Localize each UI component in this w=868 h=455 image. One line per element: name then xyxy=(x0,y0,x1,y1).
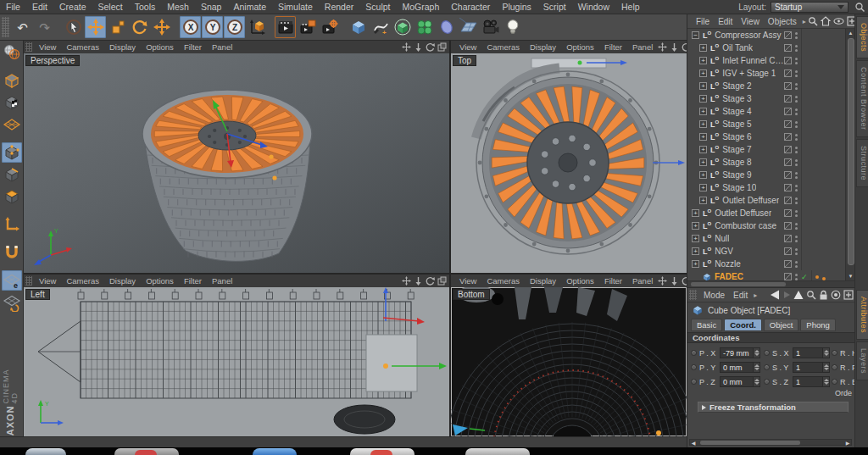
object-row[interactable]: +LOStage 9 xyxy=(687,169,845,181)
dock-icon-1[interactable] xyxy=(25,448,66,455)
expander-icon[interactable]: + xyxy=(699,171,707,179)
layer-square-icon[interactable] xyxy=(784,209,792,217)
layer-square-icon[interactable] xyxy=(784,184,792,191)
vp-menu-view[interactable]: View xyxy=(454,42,481,52)
vp-menu-display[interactable]: Display xyxy=(104,42,141,52)
object-row[interactable]: +LOStage 8 xyxy=(687,156,845,169)
last-tool-icon[interactable] xyxy=(151,16,172,38)
dock-icon-2[interactable] xyxy=(114,448,179,455)
expander-icon[interactable]: + xyxy=(699,158,707,166)
bottom-canvas[interactable]: Bottom xyxy=(451,287,687,436)
redo-button[interactable]: ↷ xyxy=(34,16,55,38)
undo-button[interactable]: ↶ xyxy=(12,16,33,38)
expander-icon[interactable]: + xyxy=(692,209,699,217)
scroll-thumb[interactable] xyxy=(700,441,800,445)
zoom-view-icon[interactable] xyxy=(414,42,423,52)
keyable-dot-icon[interactable] xyxy=(832,350,837,356)
search-icon[interactable] xyxy=(806,290,816,300)
visibility-dots-icon[interactable] xyxy=(795,121,798,128)
menu-create[interactable]: Create xyxy=(53,2,92,12)
workplane-icon[interactable] xyxy=(2,114,22,135)
object-row[interactable]: +LOStage 3 xyxy=(687,92,845,105)
visibility-dots-icon[interactable] xyxy=(795,32,798,39)
object-row[interactable]: +LOStage 10 xyxy=(687,181,845,194)
points-mode-icon[interactable] xyxy=(2,142,22,163)
vp-menu-cameras[interactable]: Cameras xyxy=(61,276,104,286)
vp-menu-options[interactable]: Options xyxy=(561,42,599,52)
rotate-tool-icon[interactable] xyxy=(129,16,150,38)
model-mode-icon[interactable] xyxy=(2,70,22,91)
visibility-dots-icon[interactable] xyxy=(795,274,798,280)
tab-object[interactable]: Object xyxy=(764,319,798,331)
x-axis-lock-button[interactable]: X xyxy=(180,16,201,38)
visibility-dots-icon[interactable] xyxy=(795,261,798,268)
expander-icon[interactable]: + xyxy=(699,95,707,103)
dock-icon-3[interactable] xyxy=(253,448,297,455)
object-row[interactable]: +LOStage 7 xyxy=(687,143,845,156)
sy-field[interactable]: 1 xyxy=(793,362,830,373)
py-field[interactable]: 0 mm xyxy=(720,362,760,373)
visibility-dots-icon[interactable] xyxy=(795,236,798,242)
expander-icon[interactable]: + xyxy=(699,82,707,90)
layer-square-icon[interactable] xyxy=(784,120,792,128)
vp-menu-filter[interactable]: Filter xyxy=(599,42,627,52)
perspective-canvas[interactable]: Perspective xyxy=(24,53,449,273)
object-row[interactable]: +LOOutlet Deffuser xyxy=(687,194,845,207)
dock-icon-4[interactable] xyxy=(350,448,415,455)
left-canvas[interactable]: Left xyxy=(24,287,449,436)
menu-tools[interactable]: Tools xyxy=(129,2,162,12)
tab-phong[interactable]: Phong xyxy=(800,319,835,331)
history-back-icon[interactable] xyxy=(770,290,781,300)
expander-icon[interactable]: + xyxy=(692,222,699,230)
vp-menu-display[interactable]: Display xyxy=(525,276,561,286)
sz-field[interactable]: 1 xyxy=(793,376,830,387)
tab-basic[interactable]: Basic xyxy=(691,319,722,331)
keyable-dot-icon[interactable] xyxy=(764,350,770,356)
visibility-dots-icon[interactable] xyxy=(795,45,798,52)
mograph-array-button[interactable] xyxy=(414,16,435,38)
pan-view-icon[interactable] xyxy=(402,42,411,52)
zoom-view-icon[interactable] xyxy=(670,42,679,52)
coordinates-section-header[interactable]: Coordinates xyxy=(687,332,855,343)
om-menu-edit[interactable]: Edit xyxy=(714,17,737,26)
expander-icon[interactable]: + xyxy=(692,235,699,242)
vp-menu-panel[interactable]: Panel xyxy=(207,276,237,286)
stepper-icon[interactable] xyxy=(822,363,829,372)
coordinate-system-icon[interactable] xyxy=(246,16,267,38)
om-menu-file[interactable]: File xyxy=(692,17,714,26)
light-button[interactable] xyxy=(502,16,523,38)
keyable-dot-icon[interactable] xyxy=(832,379,837,385)
vp-menu-panel[interactable]: Panel xyxy=(207,42,237,52)
expander-icon[interactable]: + xyxy=(699,133,707,141)
expander-icon[interactable]: + xyxy=(699,57,707,64)
tab-attributes[interactable]: Attributes xyxy=(856,290,868,340)
expander-icon[interactable]: + xyxy=(699,120,707,128)
top-canvas[interactable]: Top xyxy=(451,53,687,273)
grip-icon[interactable] xyxy=(25,276,32,286)
object-row[interactable]: +LOCombustor case xyxy=(687,219,845,232)
keyable-dot-icon[interactable] xyxy=(764,364,770,370)
keyable-dot-icon[interactable] xyxy=(691,350,697,356)
tab-structure[interactable]: Structure xyxy=(856,139,868,187)
grip-icon[interactable] xyxy=(689,290,697,300)
keyable-dot-icon[interactable] xyxy=(832,364,837,370)
object-row[interactable]: +LOOil Tank xyxy=(687,42,845,54)
expander-icon[interactable]: + xyxy=(699,69,707,77)
vp-menu-filter[interactable]: Filter xyxy=(599,276,627,286)
eye-icon[interactable] xyxy=(833,16,844,26)
om-menu-view[interactable]: View xyxy=(737,17,764,26)
menu-file[interactable]: File xyxy=(0,2,26,12)
object-row-selected[interactable]: FADEC✓ xyxy=(687,270,845,280)
layer-square-icon[interactable] xyxy=(784,222,792,230)
scroll-right-icon[interactable]: ▶ xyxy=(844,440,851,446)
render-settings-button[interactable] xyxy=(319,16,340,38)
search-icon[interactable] xyxy=(854,2,865,13)
expander-icon[interactable]: + xyxy=(699,197,707,204)
zoom-view-icon[interactable] xyxy=(670,276,679,286)
visibility-dots-icon[interactable] xyxy=(795,159,798,166)
workplane-align-icon[interactable] xyxy=(2,292,22,313)
tab-content-browser[interactable]: Content Browser xyxy=(856,60,868,137)
layer-square-icon[interactable] xyxy=(784,82,792,90)
keyframe-dot-icon[interactable] xyxy=(815,275,819,279)
visibility-dots-icon[interactable] xyxy=(795,134,798,141)
